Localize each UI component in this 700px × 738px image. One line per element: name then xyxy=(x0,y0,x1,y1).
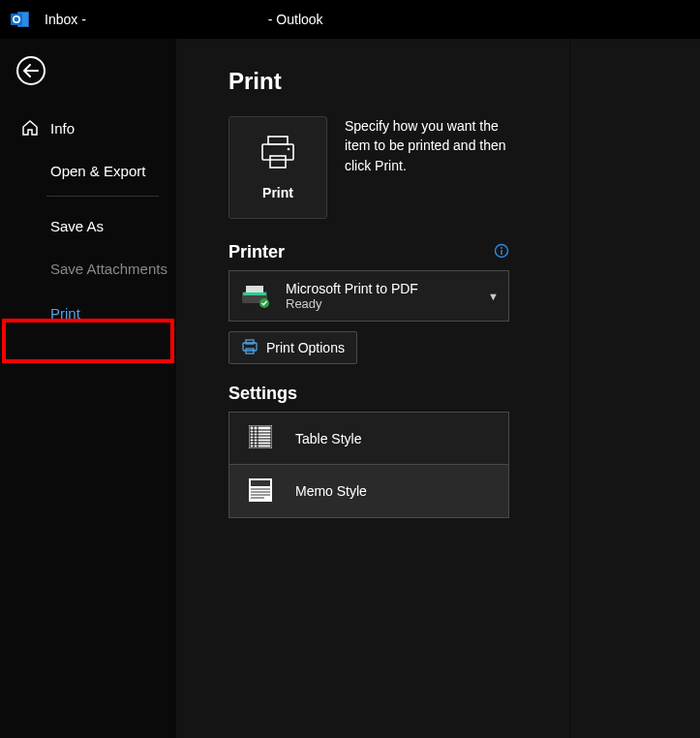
home-icon xyxy=(19,119,41,137)
sidebar-item-save-as[interactable]: Save As xyxy=(0,204,176,247)
svg-rect-4 xyxy=(268,137,288,144)
sidebar-separator xyxy=(46,196,159,197)
svg-rect-13 xyxy=(243,292,266,295)
print-button-label: Print xyxy=(262,185,293,200)
svg-point-7 xyxy=(288,148,290,151)
memo-style-icon xyxy=(247,477,274,507)
svg-rect-12 xyxy=(246,286,263,292)
svg-rect-2 xyxy=(11,14,22,25)
backstage-sidebar: Info Open & Export Save As Save Attachme… xyxy=(0,39,176,738)
printer-icon xyxy=(259,135,297,173)
print-options-button[interactable]: Print Options xyxy=(228,331,357,364)
title-prefix: Inbox - xyxy=(45,12,86,27)
printer-device-icon xyxy=(239,284,272,309)
svg-rect-6 xyxy=(270,156,286,168)
title-redacted xyxy=(90,11,264,28)
settings-list: Table Style Memo Style xyxy=(228,412,509,518)
sidebar-label-save-as: Save As xyxy=(50,218,104,234)
sidebar-label-save-attachments: Save Attachments xyxy=(50,261,167,277)
printer-selected-status: Ready xyxy=(286,296,488,311)
print-options-label: Print Options xyxy=(266,340,345,355)
settings-label-memo-style: Memo Style xyxy=(295,483,367,499)
print-options-icon xyxy=(241,338,259,358)
page-title: Print xyxy=(228,68,563,95)
printer-dropdown[interactable]: Microsoft Print to PDF Ready ▼ xyxy=(228,270,509,322)
info-icon[interactable] xyxy=(494,243,509,262)
sidebar-label-open-export: Open & Export xyxy=(50,163,145,179)
back-button[interactable] xyxy=(16,56,46,85)
sidebar-item-save-attachments: Save Attachments xyxy=(0,247,176,290)
main-panel: Print Print Specify how you want the ite… xyxy=(176,39,700,738)
print-button[interactable]: Print xyxy=(228,116,327,219)
arrow-left-icon xyxy=(23,64,39,77)
table-style-icon xyxy=(247,423,274,453)
svg-rect-5 xyxy=(262,144,293,160)
print-preview-area xyxy=(570,39,700,738)
svg-rect-10 xyxy=(501,250,502,255)
svg-point-9 xyxy=(501,247,502,249)
window-title: Inbox - - Outlook xyxy=(45,11,323,28)
chevron-down-icon: ▼ xyxy=(488,291,499,302)
settings-item-memo-style[interactable]: Memo Style xyxy=(229,465,508,517)
print-description: Specify how you want the item to be prin… xyxy=(345,116,519,175)
printer-selected-name: Microsoft Print to PDF xyxy=(286,281,488,296)
svg-rect-29 xyxy=(251,480,270,486)
sidebar-item-open-export[interactable]: Open & Export xyxy=(0,149,176,192)
settings-heading: Settings xyxy=(228,384,297,404)
sidebar-item-print[interactable]: Print xyxy=(0,290,176,332)
settings-item-table-style[interactable]: Table Style xyxy=(229,413,508,465)
svg-rect-16 xyxy=(246,340,254,344)
sidebar-label-info: Info xyxy=(50,120,75,137)
title-bar: Inbox - - Outlook xyxy=(0,0,700,39)
sidebar-item-info[interactable]: Info xyxy=(0,107,176,149)
settings-label-table-style: Table Style xyxy=(295,431,361,446)
sidebar-label-print: Print xyxy=(50,305,80,322)
outlook-logo-icon xyxy=(10,9,31,30)
printer-heading: Printer xyxy=(228,242,285,262)
title-suffix: - Outlook xyxy=(268,12,323,27)
